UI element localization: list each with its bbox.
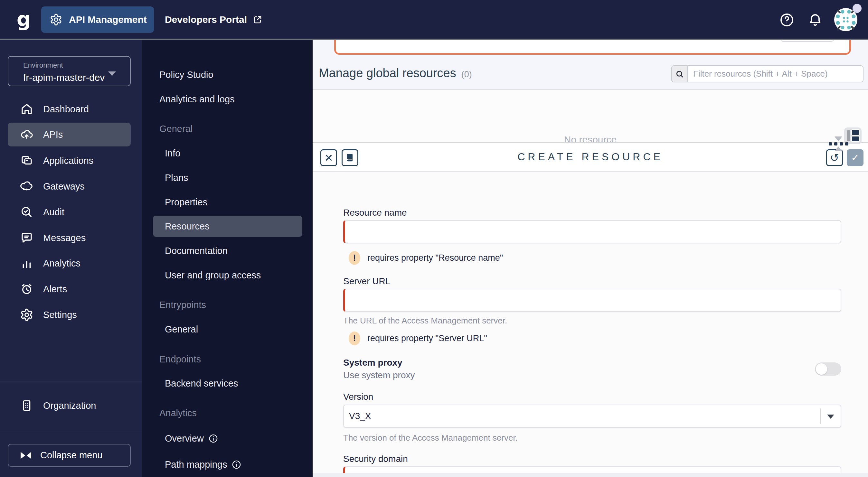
save-button[interactable]: ✓ (847, 149, 864, 166)
warning-icon: ! (349, 331, 360, 345)
version-hint: The version of the Access Management ser… (343, 432, 518, 443)
server-url-label: Server URL (343, 276, 390, 287)
api-menu: Policy Studio Analytics and logs General… (142, 40, 313, 477)
sidebar-item-settings[interactable]: Settings (8, 303, 131, 327)
server-url-hint: The URL of the Access Management server. (343, 315, 507, 326)
collapse-icon (21, 452, 31, 459)
create-resource-panel: CREATE RESOURCE ↺ ✓ Resource name ! requ… (313, 142, 868, 477)
resource-count: (0) (461, 69, 472, 80)
gravitee-logo: g (11, 4, 37, 34)
panel-title: CREATE RESOURCE (313, 143, 868, 171)
sidebar-item-analytics[interactable]: Analytics (8, 251, 131, 275)
search-icon (672, 66, 688, 82)
environment-label: Environment (23, 61, 130, 69)
sidebar-item-dashboard[interactable]: Dashboard (8, 97, 131, 121)
reset-icon: ↺ (830, 152, 839, 163)
create-resource-form: Resource name ! requires property "Resou… (313, 171, 868, 477)
info-icon (231, 459, 242, 470)
sidebar-item-gateways[interactable]: Gateways (8, 174, 131, 198)
api-menu-section-endpoints: Endpoints (159, 352, 201, 366)
cloud-gateway-icon (20, 180, 33, 193)
bar-chart-icon (20, 257, 33, 270)
chevron-down-icon (108, 71, 116, 76)
top-bar: g API Management Developers Portal (0, 0, 868, 40)
chevron-up-icon (835, 147, 842, 151)
copy-icon (20, 154, 33, 167)
sidebar-item-audit[interactable]: Audit (8, 200, 131, 224)
environment-selector[interactable]: Environment fr-apim-master-dev (8, 56, 131, 86)
resource-name-label: Resource name (343, 207, 407, 219)
api-menu-path-mappings[interactable]: Path mappings (165, 457, 242, 472)
sidebar-divider (0, 431, 142, 431)
developers-portal-link[interactable]: Developers Portal (165, 6, 262, 33)
chevron-down-icon (827, 415, 834, 419)
reset-button[interactable]: ↺ (826, 149, 843, 166)
api-menu-overview[interactable]: Overview (165, 431, 218, 445)
external-link-icon (253, 15, 262, 25)
api-menu-backend-services[interactable]: Backend services (165, 376, 238, 390)
organization-icon (20, 399, 33, 412)
sidebar-item-organization[interactable]: Organization (8, 394, 131, 417)
sidebar-item-applications[interactable]: Applications (8, 149, 131, 172)
alarm-clock-icon (20, 282, 33, 296)
drag-dots-icon (828, 142, 849, 146)
sidebar-divider (0, 381, 142, 381)
version-select[interactable]: V3_X (343, 405, 841, 428)
api-menu-user-and-group-access[interactable]: User and group access (165, 268, 261, 282)
sidebar-item-alerts[interactable]: Alerts (8, 277, 131, 301)
server-url-error: ! requires property "Server URL" (349, 331, 487, 345)
resource-name-input[interactable] (343, 220, 841, 243)
server-url-input[interactable] (343, 289, 841, 312)
search-check-icon (20, 205, 33, 219)
cloud-upload-icon (20, 128, 33, 141)
select-divider (820, 408, 821, 424)
version-value: V3_X (349, 405, 371, 427)
api-menu-documentation[interactable]: Documentation (165, 244, 228, 258)
api-menu-section-general: General (159, 122, 192, 136)
create-resource-header: CREATE RESOURCE ↺ ✓ (313, 143, 868, 171)
system-proxy-label: System proxy (343, 357, 402, 369)
toggle-knob (815, 363, 828, 375)
page-title: Manage global resources (319, 66, 456, 80)
avatar-status-badge (852, 4, 862, 13)
api-menu-resources[interactable]: Resources (165, 219, 210, 233)
collapse-menu-button[interactable]: Collapse menu (8, 444, 131, 467)
chevron-down-icon (835, 136, 842, 141)
info-icon (208, 434, 218, 444)
main-content: Manage global resources (0) No resource (313, 40, 868, 477)
filter-resources[interactable] (671, 65, 864, 83)
version-label: Version (343, 391, 373, 403)
help-button[interactable] (779, 12, 795, 28)
api-menu-info[interactable]: Info (165, 146, 180, 160)
system-proxy-description: Use system proxy (343, 370, 415, 381)
warning-icon: ! (349, 251, 360, 265)
sidebar-item-messages[interactable]: Messages (8, 226, 131, 250)
api-menu-analytics-and-logs[interactable]: Analytics and logs (159, 92, 235, 106)
api-menu-entrypoints-general[interactable]: General (165, 322, 198, 336)
system-proxy-toggle[interactable] (815, 362, 841, 376)
check-icon: ✓ (851, 153, 859, 163)
filter-input[interactable] (688, 66, 863, 82)
panel-resize-handle[interactable] (828, 136, 849, 151)
cog-icon (50, 13, 62, 26)
page-header: Manage global resources (0) (319, 66, 472, 82)
gear-icon (20, 308, 33, 322)
environment-sidebar: Environment fr-apim-master-dev Dashboard… (0, 40, 142, 477)
api-menu-plans[interactable]: Plans (165, 170, 188, 185)
form-bottom-strip (313, 473, 868, 477)
api-menu-section-analytics: Analytics (159, 406, 197, 420)
resource-name-error: ! requires property "Resource name" (349, 251, 503, 265)
notifications-button[interactable] (807, 12, 823, 28)
api-menu-section-entrypoints: Entrypoints (159, 298, 206, 312)
api-menu-properties[interactable]: Properties (165, 195, 207, 209)
security-domain-label: Security domain (343, 453, 408, 465)
home-icon (20, 102, 33, 116)
apim-console: Manage global resources (0) No resource (0, 0, 868, 477)
chat-bubble-icon (20, 231, 33, 245)
api-management-button[interactable]: API Management (41, 6, 154, 33)
sidebar-item-apis[interactable]: APIs (8, 123, 131, 147)
api-menu-policy-studio[interactable]: Policy Studio (159, 68, 213, 82)
